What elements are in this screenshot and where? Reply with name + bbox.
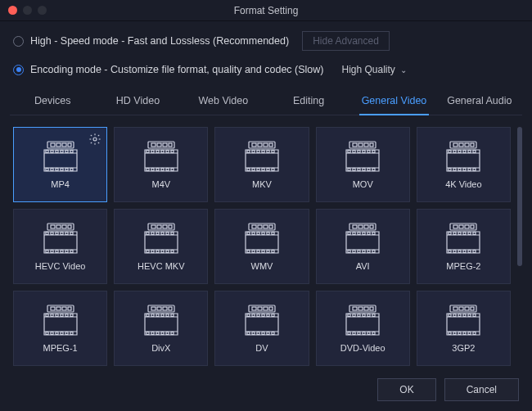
format-tile[interactable]: MOV (316, 127, 410, 202)
format-tile[interactable]: MPEG-1 (13, 291, 107, 366)
tab-devices[interactable]: Devices (10, 87, 95, 115)
scrollbar[interactable] (517, 127, 522, 366)
format-tile[interactable]: DV (214, 291, 309, 366)
svg-rect-160 (453, 233, 456, 235)
svg-rect-132 (252, 251, 255, 253)
format-label: DVD-Video (340, 343, 385, 353)
svg-rect-53 (353, 143, 357, 147)
film-icon (244, 140, 280, 173)
svg-rect-204 (171, 332, 174, 335)
tab-editing[interactable]: Editing (266, 87, 351, 115)
tab-hd-video[interactable]: HD Video (95, 87, 180, 115)
svg-rect-218 (257, 332, 259, 335)
tab-general-audio[interactable]: General Audio (437, 87, 522, 115)
format-tile[interactable]: MPEG-2 (417, 209, 511, 284)
svg-rect-152 (367, 251, 370, 253)
svg-rect-1 (51, 143, 55, 147)
format-tile[interactable]: 4K Video (417, 127, 511, 202)
svg-rect-182 (46, 332, 48, 335)
svg-rect-193 (147, 314, 149, 317)
format-tile[interactable]: HEVC MKV (114, 209, 208, 284)
svg-rect-92 (51, 233, 53, 235)
format-label: 4K Video (445, 179, 481, 189)
svg-rect-236 (363, 332, 365, 335)
svg-rect-183 (51, 332, 53, 335)
svg-rect-212 (257, 314, 259, 317)
film-icon (244, 304, 280, 336)
format-tile[interactable]: DVD-Video (316, 291, 410, 366)
svg-rect-25 (156, 151, 159, 153)
svg-rect-149 (353, 251, 355, 253)
radio-icon[interactable] (13, 36, 24, 47)
format-tile[interactable]: MP4 (13, 127, 107, 202)
svg-rect-245 (453, 314, 456, 317)
svg-rect-178 (56, 314, 58, 317)
svg-rect-159 (449, 233, 451, 235)
quality-select[interactable]: High Quality ⌄ (336, 61, 413, 79)
maximize-icon[interactable] (38, 6, 47, 15)
svg-rect-5 (46, 151, 48, 153)
quality-value: High Quality (342, 64, 395, 75)
encoding-mode-row[interactable]: Encoding mode - Customize file format, q… (13, 61, 519, 79)
svg-rect-6 (51, 151, 53, 153)
svg-rect-253 (463, 332, 466, 335)
svg-rect-206 (252, 307, 256, 310)
minimize-icon[interactable] (23, 6, 32, 15)
svg-rect-42 (257, 151, 259, 153)
svg-rect-38 (264, 143, 268, 147)
svg-rect-163 (468, 233, 471, 235)
svg-rect-109 (151, 233, 154, 235)
tab-web-video[interactable]: Web Video (181, 87, 266, 115)
svg-rect-114 (147, 251, 149, 253)
format-tile[interactable]: M4V (114, 127, 208, 202)
svg-rect-77 (463, 151, 466, 153)
svg-rect-96 (70, 233, 73, 235)
svg-rect-156 (459, 225, 463, 228)
svg-rect-148 (348, 251, 350, 253)
gear-icon[interactable] (88, 133, 101, 146)
scrollbar-thumb[interactable] (517, 127, 522, 266)
svg-rect-224 (358, 307, 363, 310)
cancel-button[interactable]: Cancel (444, 378, 519, 401)
svg-rect-254 (468, 332, 471, 335)
format-label: MKV (252, 179, 272, 189)
svg-rect-104 (151, 225, 156, 228)
radio-icon[interactable] (13, 65, 24, 75)
svg-rect-112 (166, 233, 169, 235)
window-controls (8, 6, 47, 15)
svg-rect-164 (473, 233, 476, 235)
ok-button[interactable]: OK (377, 378, 435, 401)
format-tile[interactable]: WMV (214, 209, 309, 284)
svg-rect-23 (147, 151, 149, 153)
svg-rect-226 (370, 307, 373, 310)
svg-rect-54 (358, 143, 363, 147)
svg-rect-58 (353, 151, 355, 153)
format-tile[interactable]: DivX (114, 291, 208, 366)
svg-rect-122 (258, 225, 262, 228)
svg-rect-198 (171, 314, 174, 317)
svg-rect-108 (147, 233, 149, 235)
svg-rect-105 (157, 225, 161, 228)
svg-rect-209 (269, 307, 273, 310)
format-label: MPEG-1 (43, 343, 78, 353)
svg-rect-99 (56, 251, 58, 253)
format-tile[interactable]: HEVC Video (13, 209, 107, 284)
svg-rect-166 (453, 251, 456, 253)
svg-rect-46 (247, 169, 250, 171)
svg-rect-13 (56, 169, 58, 171)
svg-rect-147 (372, 233, 375, 235)
svg-rect-30 (151, 169, 154, 171)
high-speed-label: High - Speed mode - Fast and Lossless (R… (30, 35, 289, 47)
svg-rect-98 (51, 251, 53, 253)
tab-general-video[interactable]: General Video (351, 87, 436, 115)
close-icon[interactable] (8, 6, 17, 15)
svg-rect-240 (453, 307, 458, 310)
svg-rect-177 (51, 314, 53, 317)
format-tile[interactable]: MKV (214, 127, 309, 202)
hide-advanced-button[interactable]: Hide Advanced (302, 31, 390, 51)
format-tile[interactable]: AVI (316, 209, 410, 284)
svg-rect-181 (70, 314, 73, 317)
svg-rect-192 (169, 307, 172, 310)
format-tile[interactable]: 3GP2 (417, 291, 511, 366)
high-speed-mode-row[interactable]: High - Speed mode - Fast and Lossless (R… (13, 31, 519, 51)
